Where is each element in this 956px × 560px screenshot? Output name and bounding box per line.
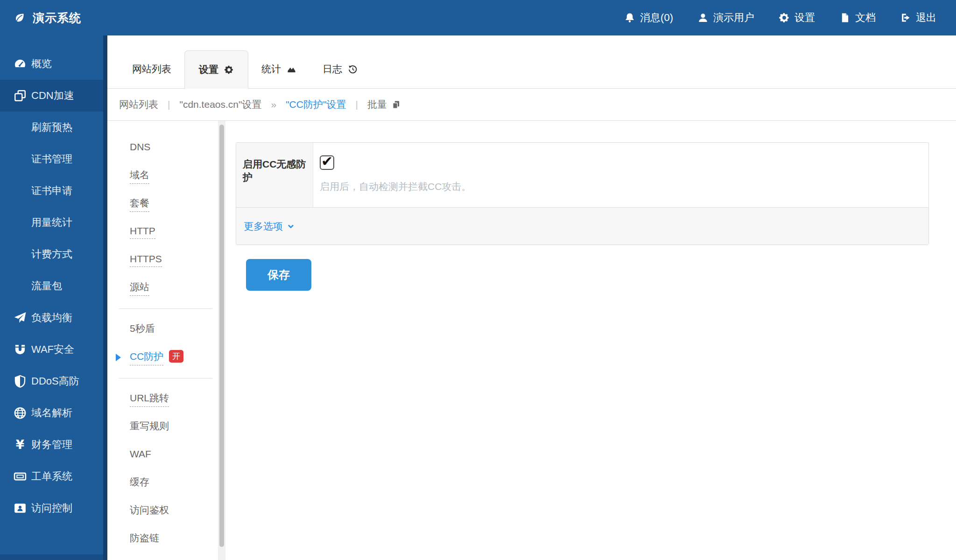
menu-link: URL跳转 [130,392,169,407]
sidebar-item-dns-resolve[interactable]: 域名解析 [0,397,107,429]
sidebar-item-load-balance[interactable]: 负载均衡 [0,302,107,334]
sidebar-item-waf[interactable]: WAF安全 [0,334,107,365]
sidebar-item-label: 用量统计 [31,216,72,230]
menu-divider [119,378,212,378]
settings-menu-item-origin[interactable]: 源站 [107,274,218,302]
menu-divider [119,308,212,309]
sidebar-item-cert-manage[interactable]: 证书管理 [0,143,107,175]
yen-icon: ¥ [13,438,27,452]
breadcrumb-cc-settings[interactable]: "CC防护"设置 [286,98,346,111]
topnav: 消息(0) 演示用户 设置 文档 退出 [624,11,956,25]
settings-menu-item-https[interactable]: HTTPS [107,246,218,274]
menu-link: 套餐 [130,196,149,212]
settings-menu-item-plan[interactable]: 套餐 [107,190,218,218]
logout-icon [900,12,911,23]
menu-link: HTTP [130,225,155,239]
settings-menu-item-cache[interactable]: 缓存 [107,469,218,497]
breadcrumb-site-settings[interactable]: "cdn.teaos.cn"设置 [179,98,261,111]
enable-cc-checkbox[interactable]: ✔ [320,155,334,170]
breadcrumb-separator: | [168,99,170,110]
settings-menu-item-waf[interactable]: WAF [107,441,218,469]
active-arrow-icon [116,354,121,361]
tab-website-list[interactable]: 网站列表 [119,50,184,88]
chevron-down-icon [287,222,295,231]
settings-menu-item-url-redirect[interactable]: URL跳转 [107,385,218,413]
sidebar: 概览 CDN加速 刷新预热 证书管理 证书申请 用量统计 计费方式 流量包 负载… [0,35,107,560]
sidebar-item-cdn[interactable]: CDN加速 [0,80,107,112]
settings-menu-item-cc-protect[interactable]: CC防护 开 [107,343,218,371]
topnav-user[interactable]: 演示用户 [697,11,754,25]
globe-icon [13,406,27,420]
sidebar-item-usage-stats[interactable]: 用量统计 [0,207,107,238]
menu-link: HTTPS [130,253,162,267]
tab-label: 统计 [261,63,281,76]
field-label: 启用CC无感防护 [236,143,313,207]
topnav-logout[interactable]: 退出 [900,11,936,25]
form-row: 启用CC无感防护 ✔ 启用后，自动检测并拦截CC攻击。 [236,143,928,207]
sidebar-item-overview[interactable]: 概览 [0,48,107,80]
copy-icon [391,100,401,110]
breadcrumb-batch[interactable]: 批量 [367,98,401,111]
area-chart-icon [287,64,296,74]
settings-menu-item-auth[interactable]: 访问鉴权 [107,497,218,525]
sidebar-edge [103,35,107,560]
menu-link: CC防护 [130,350,163,365]
settings-menu-item-domain[interactable]: 域名 [107,162,218,190]
settings-menu-item-5s-shield[interactable]: 5秒盾 [107,315,218,343]
topnav-docs[interactable]: 文档 [839,11,876,25]
menu-link: 源站 [130,280,149,296]
breadcrumb-separator: | [355,99,358,110]
settings-menu-item-dns[interactable]: DNS [107,134,218,162]
tab-settings[interactable]: 设置 [184,50,248,89]
more-options-link[interactable]: 更多选项 [244,220,295,233]
document-icon [839,12,851,23]
settings-menu-item-http[interactable]: HTTP [107,218,218,246]
more-options-label: 更多选项 [244,220,283,233]
settings-menu-item-hotlink[interactable]: 防盗链 [107,525,218,553]
sidebar-item-finance[interactable]: ¥ 财务管理 [0,429,107,461]
sidebar-item-billing[interactable]: 计费方式 [0,238,107,270]
sidebar-item-label: 财务管理 [31,438,72,452]
menu-link: 访问鉴权 [130,504,169,519]
settings-menu: DNS 域名 套餐 HTTP HTTPS 源站 5秒盾 CC防护 开 URL跳转… [107,121,218,560]
svg-text:¥: ¥ [16,438,24,452]
cc-settings-card: 启用CC无感防护 ✔ 启用后，自动检测并拦截CC攻击。 更多选项 [236,142,929,245]
breadcrumb-website-list[interactable]: 网站列表 [119,98,158,111]
save-button[interactable]: 保存 [246,259,311,291]
topnav-messages[interactable]: 消息(0) [624,11,673,25]
id-card-icon [13,501,27,515]
brand-label: 演示系统 [33,10,81,26]
scrollbar-track[interactable] [218,121,225,560]
brand[interactable]: 演示系统 [0,10,81,26]
card-footer: 更多选项 [236,207,928,245]
sidebar-item-cert-apply[interactable]: 证书申请 [0,175,107,207]
sidebar-item-label: 工单系统 [31,469,72,483]
bell-icon [624,12,635,23]
sidebar-item-traffic-pack[interactable]: 流量包 [0,270,107,302]
settings-menu-item-rewrite-rules[interactable]: 重写规则 [107,413,218,441]
sidebar-item-refresh-prewarm[interactable]: 刷新预热 [0,112,107,143]
sidebar-item-ddos[interactable]: DDoS高防 [0,365,107,397]
topnav-settings[interactable]: 设置 [779,11,815,25]
menu-link: DNS [130,141,150,155]
tab-stats[interactable]: 统计 [248,50,309,88]
paper-plane-icon [13,311,27,325]
menu-link: WAF [130,448,151,462]
sidebar-item-tickets[interactable]: 工单系统 [0,461,107,492]
sidebar-item-access-control[interactable]: 访问控制 [0,492,107,524]
sidebar-item-label: 概览 [31,57,52,71]
history-icon [348,64,358,74]
tab-logs[interactable]: 日志 [309,50,371,88]
scrollbar-thumb[interactable] [219,125,224,547]
sidebar-item-label: 计费方式 [31,247,72,261]
sidebar-item-label: 访问控制 [31,501,72,515]
topnav-label: 文档 [855,11,876,25]
sidebar-item-label: 流量包 [31,279,62,293]
gear-icon [779,12,790,23]
topnav-label: 退出 [916,11,936,25]
user-icon [697,12,709,23]
menu-link: 域名 [130,168,149,184]
field-body: ✔ 启用后，自动检测并拦截CC攻击。 [313,143,928,207]
sidebar-item-label: DDoS高防 [31,374,79,388]
help-text: 启用后，自动检测并拦截CC攻击。 [320,180,914,193]
